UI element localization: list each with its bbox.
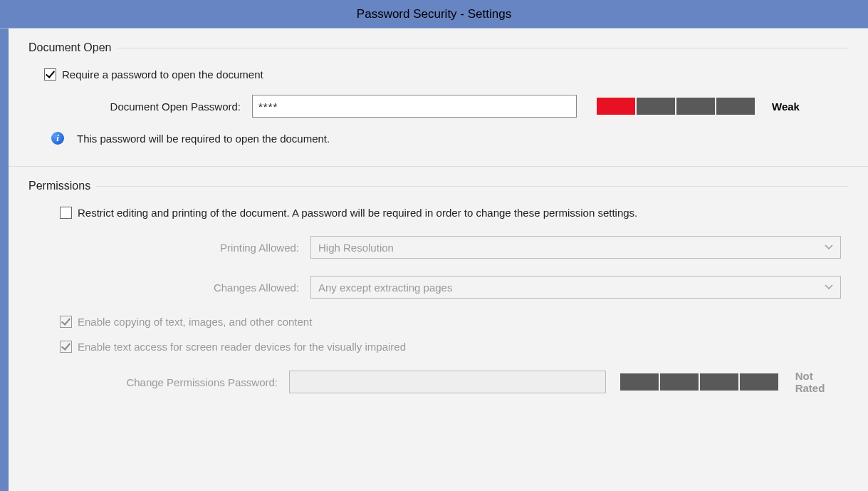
changes-allowed-value: Any except extracting pages: [318, 281, 452, 294]
printing-allowed-select: High Resolution: [310, 236, 841, 259]
enable-copying-row: Enable copying of text, images, and othe…: [60, 316, 841, 328]
change-permissions-pwd-row: Change Permissions Password: Not Rated: [44, 370, 841, 394]
printing-allowed-label: Printing Allowed:: [44, 242, 310, 254]
strength-seg-4: [740, 373, 778, 391]
open-password-label: Document Open Password:: [46, 100, 252, 113]
strength-seg-1: [597, 98, 635, 115]
change-permissions-pwd-input: [289, 371, 606, 393]
require-password-label[interactable]: Require a password to open the document: [62, 68, 263, 81]
changes-allowed-label: Changes Allowed:: [44, 281, 310, 294]
section-header-permissions: Permissions: [28, 180, 848, 192]
strength-seg-3: [700, 373, 738, 391]
changes-allowed-row: Changes Allowed: Any except extracting p…: [44, 276, 841, 299]
open-password-input[interactable]: [252, 95, 577, 118]
open-password-row: Document Open Password: Weak: [46, 95, 841, 118]
open-password-info-text: This password will be required to open t…: [77, 133, 330, 145]
strength-seg-2: [660, 373, 699, 391]
require-password-row: Require a password to open the document: [44, 68, 841, 81]
strength-seg-1: [620, 373, 659, 391]
open-password-strength-label: Weak: [772, 100, 800, 113]
enable-access-label: Enable text access for screen reader dev…: [78, 341, 406, 353]
enable-access-row: Enable text access for screen reader dev…: [60, 341, 841, 353]
chevron-down-icon: [825, 243, 833, 252]
enable-copying-label: Enable copying of text, images, and othe…: [78, 316, 312, 328]
strength-seg-3: [676, 98, 715, 115]
info-icon: i: [51, 132, 64, 145]
require-password-checkbox[interactable]: [44, 68, 56, 81]
open-password-strength-meter: [597, 98, 755, 115]
change-pwd-strength-label: Not Rated: [795, 370, 841, 394]
restrict-editing-row: Restrict editing and printing of the doc…: [60, 207, 841, 219]
enable-access-checkbox: [60, 341, 72, 353]
section-title-permissions: Permissions: [28, 180, 90, 192]
changes-allowed-select: Any except extracting pages: [310, 276, 841, 299]
open-password-info-row: i This password will be required to open…: [44, 132, 841, 145]
section-title-document-open: Document Open: [28, 41, 112, 54]
section-divider: [96, 186, 848, 187]
printing-allowed-row: Printing Allowed: High Resolution: [44, 236, 841, 259]
dialog-content: Document Open Require a password to open…: [0, 29, 868, 491]
section-divider: [117, 48, 848, 48]
chevron-down-icon: [825, 283, 833, 291]
enable-copying-checkbox: [60, 316, 72, 328]
change-permissions-pwd-label: Change Permissions Password:: [44, 376, 289, 388]
section-document-open: Document Open Require a password to open…: [9, 29, 868, 159]
strength-seg-2: [637, 98, 675, 115]
restrict-editing-checkbox[interactable]: [60, 207, 72, 219]
section-header-document-open: Document Open: [28, 41, 848, 54]
strength-seg-4: [716, 98, 755, 115]
printing-allowed-value: High Resolution: [318, 242, 394, 254]
section-permissions: Permissions Restrict editing and printin…: [9, 167, 868, 408]
window-title: Password Security - Settings: [357, 7, 511, 21]
change-pwd-strength-meter: [620, 373, 778, 391]
window-titlebar: Password Security - Settings: [0, 0, 868, 29]
restrict-editing-label[interactable]: Restrict editing and printing of the doc…: [78, 207, 637, 219]
